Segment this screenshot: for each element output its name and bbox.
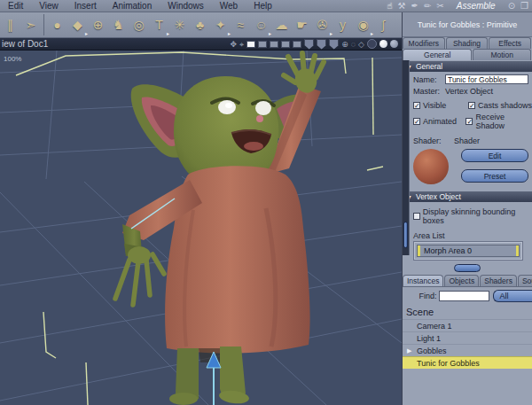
insert-modeling-hand-icon[interactable]: ☛ — [292, 14, 312, 36]
area-yellow-bar — [516, 245, 519, 256]
orbit-free-icon[interactable]: ◌ — [351, 40, 356, 49]
properties-panel: Tunic for Gobbles : Primitive Modifiers … — [402, 12, 532, 405]
menu-help[interactable]: Help — [246, 1, 280, 11]
spline-tool-icon[interactable]: ∥ — [0, 14, 20, 36]
render-wireframe-icon[interactable] — [367, 39, 377, 49]
casts-shadows-checkbox[interactable]: ✓ Casts shadows — [468, 101, 532, 110]
shader-label: Shader: — [413, 136, 454, 145]
insert-sphere-icon[interactable]: ● — [47, 14, 67, 36]
render-shaded-icon[interactable] — [390, 40, 398, 48]
insert-camera-icon[interactable]: ✇ — [312, 14, 332, 36]
tab-modifiers[interactable]: Modifiers — [403, 37, 445, 49]
pencil-tool-icon[interactable]: ✏ — [424, 1, 431, 11]
wrench-model-icon[interactable]: ⚒ — [398, 1, 406, 11]
shader-preview-ball[interactable] — [413, 149, 449, 184]
layout-single-icon[interactable] — [246, 41, 255, 48]
quality-badge-medium-icon[interactable] — [317, 39, 326, 50]
skinning-label: Display skinning bounding boxes — [423, 207, 532, 225]
find-filter-dropdown[interactable]: All — [493, 290, 532, 302]
receive-shadow-checkbox[interactable]: ✓ Receive Shadow — [466, 113, 532, 130]
tab-sounds[interactable]: Sounds — [518, 275, 532, 286]
casts-shadows-label: Casts shadows — [478, 101, 532, 110]
insert-walker-icon[interactable]: y — [332, 14, 353, 36]
find-input[interactable] — [439, 291, 489, 301]
animated-checkbox[interactable]: ✓ Animated — [413, 117, 457, 126]
scene-row-tunic-selected[interactable]: Tunic for Gobbles — [403, 356, 532, 369]
skinning-checkbox[interactable]: Display skinning bounding boxes — [413, 207, 532, 225]
orbit-up-icon[interactable]: ⊕ — [341, 40, 348, 49]
visible-checkbox[interactable]: ✓ Visible — [413, 101, 459, 110]
area-list-label: Area List — [413, 231, 445, 240]
name-label: Name: — [413, 75, 445, 84]
mode-switcher: ☝ ⚒ ✒ ✏ ✂ Assemble ⊙ ❐ — [387, 1, 532, 11]
menu-windows[interactable]: Windows — [160, 1, 212, 11]
layout-quad-alt-icon[interactable] — [293, 41, 301, 48]
insert-globe-icon[interactable]: ⊕ — [88, 14, 108, 36]
quality-badge-low-icon[interactable] — [304, 39, 314, 50]
insert-text-icon[interactable]: T — [149, 14, 169, 36]
tab-general[interactable]: General — [403, 49, 472, 60]
insert-flower-icon[interactable]: ✦ — [210, 14, 231, 36]
layout-quad-icon[interactable] — [281, 41, 290, 48]
tab-instances[interactable]: Instances — [403, 275, 443, 286]
layout-split-horizontal-icon[interactable] — [258, 41, 267, 48]
knife-tool-icon[interactable]: ✂ — [436, 1, 443, 11]
shader-preset-button[interactable]: Preset — [461, 169, 528, 183]
quality-badge-high-icon[interactable] — [329, 39, 339, 50]
window-icon[interactable]: ❐ — [520, 1, 528, 11]
panel-scrollbar[interactable] — [403, 60, 410, 255]
tab-effects[interactable]: Effects — [489, 37, 531, 49]
scene-row-gobbles[interactable]: ▶ Gobbles — [403, 344, 532, 356]
rotate-hand-icon[interactable]: ➣ — [20, 14, 41, 36]
insert-particle-icon[interactable]: ✳ — [169, 14, 190, 36]
insert-terrain-icon[interactable]: ≈ — [231, 14, 251, 36]
insert-tree-icon[interactable]: ♣ — [190, 14, 210, 36]
expand-triangle-icon[interactable]: ▶ — [407, 347, 411, 354]
vertex-object-section-header[interactable]: ▼ Vertex Object — [403, 191, 532, 202]
goblin-nose — [256, 115, 263, 122]
shader-edit-button[interactable]: Edit — [461, 149, 528, 162]
viewport-header-controls: ✥ ⌖ ⊕ ◌ ◇ — [231, 39, 402, 50]
render-white-icon[interactable] — [379, 40, 387, 48]
menu-edit[interactable]: Edit — [0, 1, 31, 11]
master-label: Master: — [413, 87, 445, 96]
eye-icon[interactable]: ⊙ — [508, 1, 515, 11]
pan-icon[interactable]: ✥ — [231, 40, 238, 49]
frame-icon[interactable]: ⌖ — [239, 40, 244, 49]
insert-bone-icon[interactable]: ∫ — [373, 14, 394, 36]
tab-shaders[interactable]: Shaders — [480, 275, 517, 286]
layout-split-vertical-icon[interactable] — [270, 41, 278, 48]
tab-shading[interactable]: Shading — [446, 37, 489, 49]
toolbar-separator — [43, 14, 44, 35]
area-list-item[interactable]: Morph Area 0 — [417, 245, 520, 257]
wire-globe-icon[interactable]: ◇ — [358, 40, 364, 49]
menu-insert[interactable]: Insert — [66, 1, 105, 11]
tab-motion[interactable]: Motion — [473, 49, 531, 60]
insert-vase-icon[interactable]: ◆ — [67, 14, 88, 36]
scene-row-camera[interactable]: Camera 1 — [403, 319, 532, 331]
insert-target-icon[interactable]: ◉ — [353, 14, 373, 36]
menu-view[interactable]: View — [31, 1, 66, 11]
vertex-object-label: Vertex Object — [416, 192, 461, 201]
area-list-box: Morph Area 0 — [413, 241, 523, 261]
scene-row-label: Light 1 — [417, 334, 441, 343]
insert-face-icon[interactable]: ☺ — [251, 14, 271, 36]
menu-web[interactable]: Web — [212, 1, 246, 11]
scene-viewport[interactable] — [0, 51, 402, 405]
find-row: Find: All — [403, 290, 532, 302]
panel-scrollbar-thumb[interactable] — [403, 222, 408, 248]
menu-animation[interactable]: Animation — [105, 1, 160, 11]
insert-spiral-icon[interactable]: ◎ — [129, 14, 149, 36]
panel-tabs-top: Modifiers Shading Effects — [403, 37, 532, 49]
name-input[interactable]: Tunic for Gobbles — [445, 74, 528, 84]
bezier-tool-icon[interactable]: ✒ — [411, 1, 419, 11]
insert-cloud-icon[interactable]: ☁ — [271, 14, 292, 36]
tab-objects[interactable]: Objects — [444, 275, 479, 286]
tray-expander-button[interactable] — [454, 264, 481, 272]
visible-label: Visible — [423, 101, 446, 110]
general-section-header[interactable]: ▼ General — [403, 61, 532, 72]
scene-row-light[interactable]: Light 1 — [403, 331, 532, 344]
insert-duck-icon[interactable]: ♞ — [108, 14, 129, 36]
hand-tool-icon[interactable]: ☝ — [387, 1, 393, 11]
checkmark-icon: ✓ — [413, 118, 420, 125]
